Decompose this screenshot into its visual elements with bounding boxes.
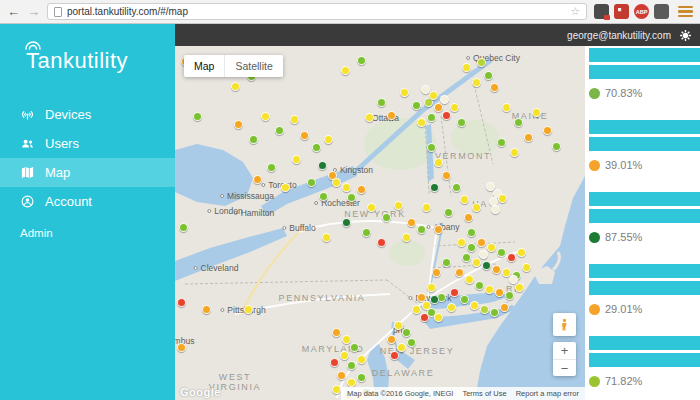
map-marker[interactable] xyxy=(430,295,439,304)
map-marker[interactable] xyxy=(460,195,469,204)
map-marker[interactable] xyxy=(457,238,466,247)
map-marker[interactable] xyxy=(442,258,451,267)
map-marker[interactable] xyxy=(505,291,514,300)
map-marker[interactable] xyxy=(275,126,284,135)
map-marker[interactable] xyxy=(312,143,321,152)
map-marker[interactable] xyxy=(502,103,511,112)
map-marker[interactable] xyxy=(407,338,416,347)
map-marker[interactable] xyxy=(390,351,399,360)
map-marker[interactable] xyxy=(460,295,469,304)
map-marker[interactable] xyxy=(342,183,351,192)
map-marker[interactable] xyxy=(281,183,290,192)
map-marker[interactable] xyxy=(362,228,371,237)
map-marker[interactable] xyxy=(400,88,409,97)
map-marker[interactable] xyxy=(357,56,366,65)
browser-menu-icon[interactable] xyxy=(678,6,693,18)
map-marker[interactable] xyxy=(249,135,258,144)
sidebar-item-admin[interactable]: Admin xyxy=(0,220,175,246)
terms-link[interactable]: Terms of Use xyxy=(462,389,506,398)
extension-icon[interactable] xyxy=(614,4,629,19)
map-marker[interactable] xyxy=(342,335,351,344)
map-marker[interactable] xyxy=(479,250,488,259)
map-marker[interactable] xyxy=(332,328,341,337)
map-marker[interactable] xyxy=(347,361,356,370)
map-marker[interactable] xyxy=(179,223,188,232)
extension-icon[interactable] xyxy=(594,4,609,19)
device-item[interactable]: 71.82% xyxy=(589,336,700,387)
gear-icon[interactable] xyxy=(679,29,692,42)
map-marker[interactable] xyxy=(307,178,316,187)
map-marker[interactable] xyxy=(377,238,386,247)
back-icon[interactable]: ← xyxy=(7,5,20,18)
map-marker[interactable] xyxy=(462,253,471,262)
map-marker[interactable] xyxy=(177,298,186,307)
map-marker[interactable] xyxy=(497,138,506,147)
map-marker[interactable] xyxy=(332,178,341,187)
map-marker[interactable] xyxy=(498,194,507,203)
map-marker[interactable] xyxy=(402,328,411,337)
map-marker[interactable] xyxy=(492,265,501,274)
map-marker[interactable] xyxy=(487,243,496,252)
map-canvas[interactable]: MAINEVERMONTNEW YORKPENNSYLVANIAMARYLAND… xyxy=(175,46,585,400)
map-marker[interactable] xyxy=(402,233,411,242)
map-marker[interactable] xyxy=(387,335,396,344)
map-marker[interactable] xyxy=(480,305,489,314)
map-marker[interactable] xyxy=(450,288,459,297)
map-marker[interactable] xyxy=(417,225,426,234)
map-marker[interactable] xyxy=(532,108,541,117)
map-marker[interactable] xyxy=(234,120,243,129)
map-marker[interactable] xyxy=(300,131,309,140)
map-marker[interactable] xyxy=(497,248,506,257)
map-marker[interactable] xyxy=(444,208,453,217)
map-marker[interactable] xyxy=(347,193,356,202)
map-marker[interactable] xyxy=(467,243,476,252)
map-marker[interactable] xyxy=(357,373,366,382)
map-marker[interactable] xyxy=(462,63,471,72)
map-marker[interactable] xyxy=(193,112,202,121)
map-marker[interactable] xyxy=(427,113,436,122)
map-marker[interactable] xyxy=(477,58,486,67)
map-marker[interactable] xyxy=(434,225,443,234)
map-marker[interactable] xyxy=(552,142,561,151)
map-marker[interactable] xyxy=(434,103,443,112)
sidebar-item-users[interactable]: Users xyxy=(0,129,175,158)
map-marker[interactable] xyxy=(341,66,350,75)
pegman-button[interactable] xyxy=(553,313,576,336)
map-marker[interactable] xyxy=(382,213,391,222)
map-marker[interactable] xyxy=(482,261,491,270)
map-marker[interactable] xyxy=(420,313,429,322)
map-marker[interactable] xyxy=(465,275,474,284)
zoom-in-button[interactable]: + xyxy=(553,342,576,359)
map-marker[interactable] xyxy=(332,385,341,394)
map-marker[interactable] xyxy=(502,268,511,277)
map-marker[interactable] xyxy=(412,305,421,314)
map-marker[interactable] xyxy=(434,313,443,322)
map-view-button[interactable]: Map xyxy=(184,55,224,77)
sidebar-item-devices[interactable]: Devices xyxy=(0,100,175,129)
sidebar-item-map[interactable]: Map xyxy=(0,158,175,187)
map-marker[interactable] xyxy=(407,218,416,227)
map-marker[interactable] xyxy=(442,111,451,120)
map-marker[interactable] xyxy=(490,308,499,317)
map-marker[interactable] xyxy=(231,82,240,91)
map-marker[interactable] xyxy=(442,171,451,180)
bookmark-star-icon[interactable]: ☆ xyxy=(570,5,580,18)
map-marker[interactable] xyxy=(507,253,516,262)
adblock-icon[interactable]: ABP xyxy=(634,4,649,19)
map-marker[interactable] xyxy=(340,351,349,360)
map-marker[interactable] xyxy=(427,143,436,152)
map-marker[interactable] xyxy=(397,343,406,352)
map-marker[interactable] xyxy=(472,78,481,87)
satellite-view-button[interactable]: Satellite xyxy=(224,55,282,77)
map-marker[interactable] xyxy=(357,185,366,194)
map-marker[interactable] xyxy=(377,98,386,107)
map-marker[interactable] xyxy=(324,135,333,144)
map-marker[interactable] xyxy=(477,238,486,247)
map-marker[interactable] xyxy=(427,283,436,292)
map-marker[interactable] xyxy=(467,228,476,237)
map-marker[interactable] xyxy=(455,268,464,277)
map-marker[interactable] xyxy=(337,371,346,380)
sidebar-item-account[interactable]: Account xyxy=(0,187,175,216)
map-marker[interactable] xyxy=(514,118,523,127)
map-marker[interactable] xyxy=(457,118,466,127)
